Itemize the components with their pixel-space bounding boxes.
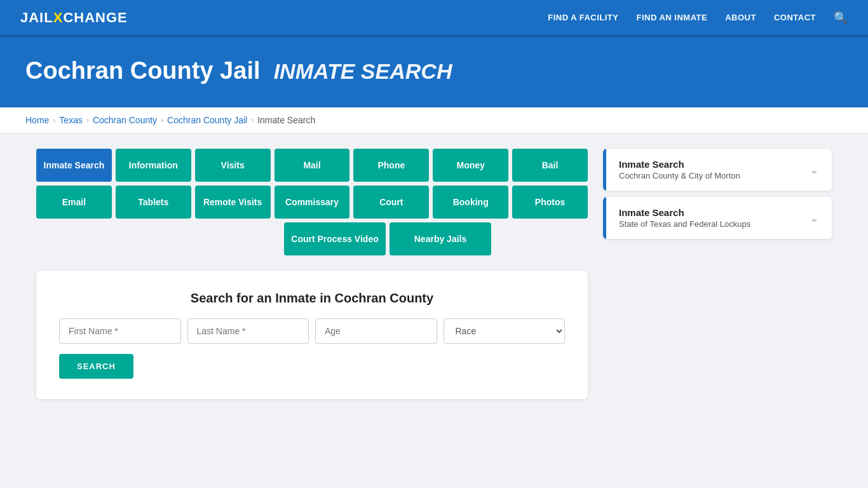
breadcrumb-sep-1: ›: [53, 116, 55, 125]
tab-court-process-video[interactable]: Court Process Video: [284, 222, 386, 255]
sidebar: Inmate Search Cochran County & City of M…: [603, 149, 832, 245]
race-select[interactable]: Race White Black Hispanic Asian Other: [444, 318, 566, 344]
sidebar-card-2-subtitle: State of Texas and Federal Lockups: [619, 219, 750, 229]
logo-x-text: X: [53, 10, 64, 26]
tabs-row-2: Email Tablets Remote Visits Commissary C…: [36, 186, 588, 219]
sidebar-card-1-subtitle: Cochran County & City of Morton: [619, 171, 740, 180]
sidebar-card-1: Inmate Search Cochran County & City of M…: [603, 149, 832, 191]
breadcrumb-sep-3: ›: [161, 116, 163, 125]
breadcrumb-county[interactable]: Cochran County: [93, 115, 157, 125]
search-icon[interactable]: 🔍: [834, 11, 848, 25]
hero-jail-name: Cochran County Jail: [25, 57, 261, 84]
first-name-input[interactable]: [59, 318, 181, 344]
search-heading: Search for an Inmate in Cochran County: [59, 291, 565, 306]
last-name-input[interactable]: [187, 318, 309, 344]
chevron-down-icon-2: ⌄: [810, 211, 819, 225]
tabs-row-3: Court Process Video Nearby Jails: [36, 222, 588, 255]
sidebar-card-1-header[interactable]: Inmate Search Cochran County & City of M…: [603, 149, 832, 191]
sidebar-card-1-text: Inmate Search Cochran County & City of M…: [619, 159, 740, 180]
nav-find-inmate[interactable]: FIND AN INMATE: [636, 13, 707, 22]
tab-bail[interactable]: Bail: [512, 149, 588, 182]
tab-photos[interactable]: Photos: [512, 186, 588, 219]
sidebar-card-2-text: Inmate Search State of Texas and Federal…: [619, 207, 750, 229]
hero-section: Cochran County Jail INMATE SEARCH: [0, 37, 868, 107]
page-title: Cochran County Jail INMATE SEARCH: [25, 57, 843, 85]
breadcrumb: Home › Texas › Cochran County › Cochran …: [0, 107, 868, 133]
search-fields: Race White Black Hispanic Asian Other: [59, 318, 565, 344]
logo-exchange-text: CHANGE: [63, 10, 127, 26]
nav-find-facility[interactable]: FIND A FACILITY: [548, 13, 618, 22]
tab-visits[interactable]: Visits: [195, 149, 271, 182]
tabs-row-1: Inmate Search Information Visits Mail Ph…: [36, 149, 588, 182]
tab-booking[interactable]: Booking: [433, 186, 508, 219]
content-wrapper: Inmate Search Information Visits Mail Ph…: [21, 149, 847, 399]
tab-mail[interactable]: Mail: [275, 149, 350, 182]
search-button[interactable]: SEARCH: [59, 354, 133, 379]
breadcrumb-current: Inmate Search: [257, 115, 315, 125]
tab-commissary[interactable]: Commissary: [275, 186, 350, 219]
tab-money[interactable]: Money: [433, 149, 508, 182]
tab-nearby-jails[interactable]: Nearby Jails: [390, 222, 491, 255]
breadcrumb-sep-2: ›: [86, 116, 89, 125]
breadcrumb-home[interactable]: Home: [25, 115, 49, 125]
logo-jail-text: JAIL: [20, 10, 53, 26]
site-logo[interactable]: JAILXCHANGE: [20, 10, 128, 26]
tab-information[interactable]: Information: [116, 149, 191, 182]
nav-links: FIND A FACILITY FIND AN INMATE ABOUT CON…: [548, 11, 848, 25]
nav-about[interactable]: ABOUT: [725, 13, 756, 22]
main-section: Inmate Search Information Visits Mail Ph…: [36, 149, 588, 399]
tab-tablets[interactable]: Tablets: [116, 186, 191, 219]
chevron-down-icon-1: ⌄: [810, 163, 819, 177]
breadcrumb-sep-4: ›: [251, 116, 254, 125]
search-button-wrapper: SEARCH: [59, 354, 565, 379]
sidebar-card-2: Inmate Search State of Texas and Federal…: [603, 197, 832, 239]
sidebar-card-2-header[interactable]: Inmate Search State of Texas and Federal…: [603, 197, 832, 239]
tab-phone[interactable]: Phone: [353, 149, 429, 182]
nav-contact[interactable]: CONTACT: [774, 13, 816, 22]
tab-court[interactable]: Court: [353, 186, 429, 219]
tab-inmate-search[interactable]: Inmate Search: [36, 149, 112, 182]
hero-subtitle: INMATE SEARCH: [274, 59, 452, 83]
age-input[interactable]: [315, 318, 437, 344]
sidebar-card-1-title: Inmate Search: [619, 159, 740, 170]
breadcrumb-texas[interactable]: Texas: [59, 115, 83, 125]
main-nav: JAILXCHANGE FIND A FACILITY FIND AN INMA…: [0, 0, 868, 37]
sidebar-card-2-title: Inmate Search: [619, 207, 750, 218]
search-box: Search for an Inmate in Cochran County R…: [36, 271, 588, 399]
tab-remote-visits[interactable]: Remote Visits: [195, 186, 271, 219]
tab-email[interactable]: Email: [36, 186, 112, 219]
breadcrumb-jail[interactable]: Cochran County Jail: [167, 115, 247, 125]
